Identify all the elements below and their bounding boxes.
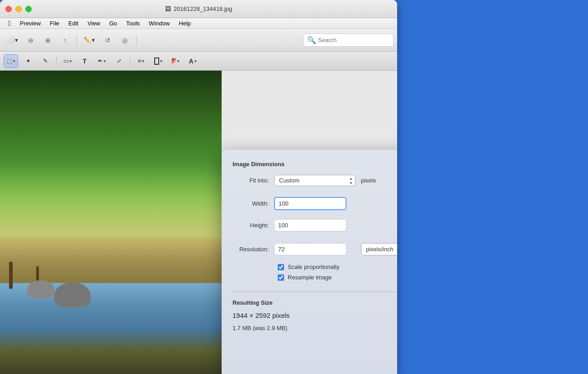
ppi-select-wrapper: pixels/inch [361, 243, 397, 255]
ann-separator-1 [56, 56, 57, 67]
fill-icon [171, 58, 176, 64]
fill-tool[interactable]: ▾ [168, 54, 183, 68]
sketch-tool[interactable]: ✎ [38, 54, 52, 68]
zoom-out-button[interactable]: ⊖ [23, 33, 38, 48]
menu-window[interactable]: Window [144, 19, 174, 28]
checkbox-section: Scale proportionally Resample image [232, 264, 397, 281]
shapes-icon: ▭ [63, 58, 69, 64]
sidebar-chevron: ▾ [15, 37, 18, 43]
ann-separator-2 [130, 56, 130, 67]
menu-bar:  Preview File Edit View Go Tools Window… [0, 18, 397, 29]
line-style-tool[interactable]: ≡ ▾ [134, 54, 148, 68]
menu-view[interactable]: View [83, 19, 104, 28]
sketch-icon: ✎ [43, 58, 48, 64]
close-button[interactable] [5, 6, 12, 12]
menu-edit[interactable]: Edit [64, 19, 83, 28]
fit-select-wrapper: Custom [274, 175, 356, 186]
resample-image-row: Resample image [278, 274, 397, 281]
scale-proportionally-checkbox[interactable] [278, 264, 284, 270]
fill-chevron: ▾ [177, 59, 180, 63]
fit-label: Fit into: [232, 177, 269, 184]
line-style-icon: ≡ [138, 58, 142, 64]
file-icon: 🖼 [165, 5, 171, 12]
image-dimensions-dialog: Image Dimensions Fit into: Custom pixels [222, 150, 397, 374]
border-tool[interactable]: ▾ [151, 54, 166, 68]
font-chevron: ▾ [194, 59, 197, 63]
share-button[interactable]: ↑ [57, 33, 73, 48]
magic-wand-tool[interactable]: ✦ [21, 54, 35, 68]
shapes-chevron: ▾ [70, 59, 72, 63]
text-icon: T [83, 58, 87, 65]
pen-chevron: ▾ [92, 37, 95, 43]
resample-image-checkbox[interactable] [278, 274, 284, 281]
annotation-bar: ⬚ ▾ ✦ ✎ ▭ ▾ T ✒ ▾ ⤢ ≡ ▾ ▾ [0, 52, 397, 71]
share-icon: ↑ [64, 37, 67, 44]
selection-icon: ⬚ [7, 58, 12, 64]
resample-image-label: Resample image [288, 274, 332, 281]
signature-tool[interactable]: ✒ ▾ [95, 54, 109, 68]
rotate-button[interactable]: ↺ [100, 33, 115, 48]
shapes-tool[interactable]: ▭ ▾ [60, 54, 75, 68]
crop-icon: ⤢ [117, 58, 122, 64]
ppi-select[interactable]: pixels/inch [361, 243, 397, 255]
width-row: Width: [232, 197, 397, 210]
maximize-button[interactable] [25, 6, 32, 12]
signature-icon: ✒ [98, 58, 103, 64]
dialog-title: Image Dimensions [232, 161, 397, 168]
search-input[interactable] [318, 37, 389, 43]
resolution-row: Resolution: pixels/inch ▲ [232, 242, 397, 256]
fit-select[interactable]: Custom [274, 175, 356, 186]
menu-go[interactable]: Go [104, 19, 121, 28]
border-icon [154, 58, 159, 65]
width-label: Width: [232, 200, 269, 207]
height-row: Height: [232, 219, 397, 231]
resolution-label: Resolution: [232, 246, 269, 253]
title-bar: 🖼 20161228_134418.jpg [0, 0, 397, 18]
fit-into-row: Fit into: Custom pixels [232, 175, 397, 186]
content-area: Image Dimensions Fit into: Custom pixels [0, 71, 397, 374]
scale-proportionally-row: Scale proportionally [278, 264, 397, 270]
rotate-icon: ↺ [105, 37, 110, 44]
menu-preview[interactable]: Preview [15, 19, 45, 28]
border-chevron: ▾ [160, 59, 162, 63]
title-text: 20161228_134418.jpg [174, 5, 232, 12]
annotate-button[interactable]: ◎ [117, 33, 133, 48]
search-icon: 🔍 [307, 36, 316, 44]
width-input[interactable] [274, 197, 346, 210]
photo-background [0, 71, 222, 374]
magic-wand-icon: ✦ [26, 58, 31, 64]
text-tool[interactable]: T [77, 54, 92, 68]
sidebar-icon: ⬜ [7, 37, 14, 43]
signature-chevron: ▾ [104, 59, 106, 63]
resulting-dimensions: 1944 × 2592 pixels [232, 312, 397, 319]
minimize-button[interactable] [15, 6, 22, 12]
scale-proportionally-label: Scale proportionally [288, 264, 339, 270]
apple-menu[interactable]:  [4, 19, 15, 28]
mac-window: 🖼 20161228_134418.jpg  Preview File Edi… [0, 0, 397, 374]
font-icon: A [189, 58, 193, 65]
menu-file[interactable]: File [45, 19, 64, 28]
toolbar: ⬜ ▾ ⊖ ⊕ ↑ ✏️ ▾ ↺ ◎ 🔍 [0, 29, 397, 52]
selection-chevron: ▾ [13, 59, 15, 63]
resulting-file-size: 1.7 MB (was 2.9 MB) [232, 325, 397, 331]
zoom-in-button[interactable]: ⊕ [40, 33, 56, 48]
resulting-size-title: Resulting Size [232, 299, 397, 306]
fit-unit-label: pixels [361, 177, 376, 184]
resolution-input[interactable] [274, 243, 346, 255]
pen-icon: ✏️ [84, 37, 91, 43]
markup-button[interactable]: ✏️ ▾ [81, 34, 98, 46]
zoom-in-icon: ⊕ [45, 37, 51, 44]
toolbar-separator-1 [76, 35, 77, 46]
menu-help[interactable]: Help [174, 19, 195, 28]
resulting-size-section: Resulting Size 1944 × 2592 pixels 1.7 MB… [232, 292, 397, 331]
height-input[interactable] [274, 219, 346, 231]
menu-tools[interactable]: Tools [122, 19, 144, 28]
font-tool[interactable]: A ▾ [185, 54, 200, 68]
toolbar-separator-2 [136, 35, 137, 46]
crop-tool[interactable]: ⤢ [112, 54, 126, 68]
zoom-out-icon: ⊖ [28, 37, 33, 44]
traffic-lights [5, 6, 32, 12]
search-box[interactable]: 🔍 [303, 34, 394, 47]
sidebar-toggle[interactable]: ⬜ ▾ [4, 34, 21, 46]
selection-tool[interactable]: ⬚ ▾ [4, 54, 18, 68]
